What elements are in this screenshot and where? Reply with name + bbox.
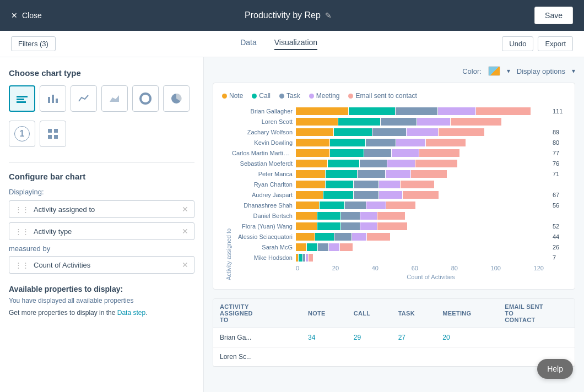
bar-segment [338, 118, 380, 126]
remove-display-item-1[interactable]: ✕ [182, 227, 188, 236]
app-header: ✕ Close Productivity by Rep ✎ Save [0, 0, 584, 31]
tab-visualization[interactable]: Visualization [274, 38, 317, 50]
bar-track [296, 181, 547, 188]
main-layout: Choose chart type [0, 57, 584, 392]
svg-point-8 [143, 96, 148, 101]
cell-meeting: 20 [436, 328, 498, 347]
bar-segment [392, 149, 419, 157]
area-chart-button[interactable] [101, 85, 128, 112]
get-more-text: Get more properties to display in the Da… [9, 309, 194, 317]
y-axis-label: Activity assigned to [222, 107, 232, 280]
bar-total: 71 [553, 171, 566, 177]
display-item-0-label: Activity assigned to [34, 205, 95, 214]
bar-segment [426, 139, 466, 146]
tab-data[interactable]: Data [240, 38, 257, 50]
bar-track [296, 118, 547, 126]
bar-segment [307, 243, 317, 251]
export-button[interactable]: Export [538, 36, 573, 51]
bar-segment [396, 107, 437, 115]
bar-segment [379, 191, 402, 199]
report-title-area: Productivity by Rep ✎ [245, 10, 332, 20]
display-item-1-left: ⋮⋮ Activity type [15, 227, 72, 236]
bar-label: Zachary Wolfson [232, 129, 293, 135]
display-options-chevron-icon[interactable]: ▾ [572, 67, 575, 75]
bar-total: 56 [553, 202, 566, 209]
bar-segment [296, 202, 319, 209]
measure-item[interactable]: ⋮⋮ Count of Activities ✕ [9, 256, 194, 274]
bar-segment [296, 212, 317, 220]
bar-label: Loren Scott [232, 118, 293, 125]
bar-segment [329, 243, 339, 251]
bar-total: 52 [553, 223, 566, 230]
bar-total: 67 [553, 192, 566, 198]
undo-button[interactable]: Undo [502, 36, 533, 51]
bar-segment [317, 222, 340, 230]
bar-segment [340, 243, 353, 251]
x-tick: 40 [372, 265, 378, 271]
configure-title: Configure bar chart [9, 172, 194, 181]
data-step-link[interactable]: Data step [117, 309, 145, 317]
close-button[interactable]: ✕ Close [11, 11, 42, 20]
bar-row: Brian Gallagher111 [232, 107, 566, 115]
chart-legend: Note Call Task Meeting Email sent to con… [222, 92, 566, 100]
column-chart-button[interactable] [40, 85, 66, 112]
bar-segment [387, 160, 414, 167]
bar-segment [417, 118, 451, 126]
display-item-0[interactable]: ⋮⋮ Activity assigned to ✕ [9, 200, 194, 218]
donut-chart-button[interactable] [132, 85, 159, 112]
display-item-1[interactable]: ⋮⋮ Activity type ✕ [9, 222, 194, 240]
toolbar: Filters (3) Data Visualization Undo Expo… [0, 31, 584, 57]
drag-icon-0: ⋮⋮ [15, 205, 29, 214]
toolbar-right: Undo Export [502, 36, 573, 51]
bar-segment [386, 202, 415, 209]
bar-chart-button[interactable] [9, 85, 35, 112]
col-task: TASK [392, 299, 436, 328]
cell-name: Brian Ga... [213, 328, 301, 347]
measure-item-left: ⋮⋮ Count of Activities [15, 261, 90, 269]
display-options-button[interactable]: Display options [517, 67, 565, 75]
bar-track [296, 212, 547, 220]
bar-segment [341, 212, 360, 220]
available-note: You have displayed all available propert… [9, 297, 194, 304]
remove-display-item-0[interactable]: ✕ [182, 205, 188, 214]
bar-segment [296, 139, 329, 146]
close-label: Close [22, 11, 42, 20]
svg-rect-11 [54, 129, 58, 133]
bar-segment [379, 181, 400, 188]
bar-track [296, 191, 547, 199]
col-assigned-to: ACTIVITYASSIGNEDTO [213, 299, 301, 328]
filters-button[interactable]: Filters (3) [11, 36, 56, 51]
bar-segment [296, 107, 348, 115]
bar-segment [439, 128, 485, 136]
grid-chart-button[interactable] [40, 121, 66, 147]
bar-segment [296, 222, 317, 230]
bar-segment [296, 233, 315, 241]
col-call: CALL [347, 299, 392, 328]
help-button[interactable]: Help [537, 359, 573, 379]
bar-segment [377, 222, 407, 230]
remove-measure-item[interactable]: ✕ [182, 260, 188, 269]
pie-chart-button[interactable] [163, 85, 190, 112]
bar-segment [330, 139, 366, 146]
bar-row: Daniel Bertsch [232, 212, 566, 220]
legend-task-label: Task [286, 92, 300, 100]
svg-rect-3 [48, 97, 50, 103]
available-title: Available properties to display: [9, 285, 194, 293]
line-chart-button[interactable] [71, 85, 97, 112]
color-swatch[interactable] [488, 66, 500, 76]
bar-track [296, 149, 547, 157]
bar-total: 111 [553, 108, 566, 115]
x-tick: 120 [534, 265, 544, 271]
save-button[interactable]: Save [534, 7, 573, 24]
bar-segment [296, 128, 333, 136]
edit-icon[interactable]: ✎ [325, 11, 332, 20]
bar-segment [354, 191, 379, 199]
legend-note: Note [222, 92, 243, 100]
chart-controls: Color: ▾ Display options ▾ [213, 66, 575, 76]
svg-rect-10 [48, 129, 52, 133]
bar-label: Brian Gallagher [232, 108, 293, 115]
chevron-down-icon[interactable]: ▾ [507, 67, 510, 75]
bar-segment [419, 149, 459, 157]
x-axis-label: Count of Activities [232, 274, 566, 280]
number-chart-button[interactable]: 1 [9, 121, 35, 147]
